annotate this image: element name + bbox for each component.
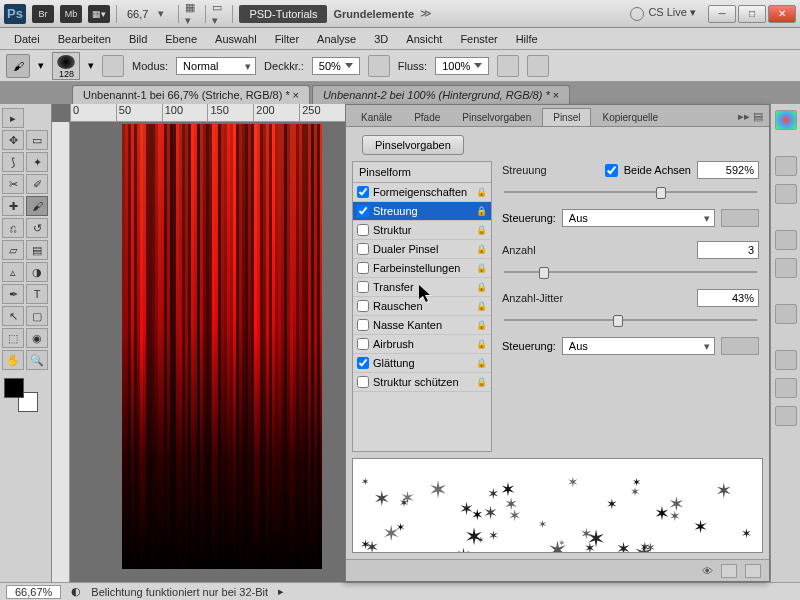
brush-option-checkbox[interactable]: [357, 281, 369, 293]
control2-select[interactable]: Aus: [562, 337, 715, 355]
shape-tool-icon[interactable]: ▢: [26, 306, 48, 326]
3d-tool-icon[interactable]: ⬚: [2, 328, 24, 348]
canvas-area[interactable]: 050100150200250: [52, 104, 345, 582]
lock-icon[interactable]: 🔒: [476, 358, 487, 368]
brush-option-dualer-pinsel[interactable]: Dualer Pinsel🔒: [353, 240, 491, 259]
lock-icon[interactable]: 🔒: [476, 187, 487, 197]
brush-option-checkbox[interactable]: [357, 319, 369, 331]
toggle-preview-icon[interactable]: 👁: [702, 565, 713, 577]
scatter-value[interactable]: 592%: [697, 161, 759, 179]
status-dropdown-icon[interactable]: ▸: [278, 585, 284, 598]
window-minimize-icon[interactable]: [708, 5, 736, 23]
move-tool-icon[interactable]: ✥: [2, 130, 24, 150]
document-canvas[interactable]: [122, 124, 322, 569]
cslive-button[interactable]: CS Live ▾: [624, 6, 702, 20]
lock-icon[interactable]: 🔒: [476, 320, 487, 330]
menu-analyse[interactable]: Analyse: [309, 30, 364, 48]
brush-option-checkbox[interactable]: [357, 338, 369, 350]
brush-option-struktur[interactable]: Struktur🔒: [353, 221, 491, 240]
brush-option-nasse-kanten[interactable]: Nasse Kanten🔒: [353, 316, 491, 335]
flow-input[interactable]: 100%: [435, 57, 489, 75]
dock-channels-icon[interactable]: [775, 378, 797, 398]
brush-dropdown-icon[interactable]: ▾: [88, 59, 94, 72]
dodge-tool-icon[interactable]: ◑: [26, 262, 48, 282]
lock-icon[interactable]: 🔒: [476, 339, 487, 349]
zoom-dropdown-icon[interactable]: ▾: [158, 7, 172, 20]
layout-badge[interactable]: ▦▾: [88, 5, 110, 23]
brush-option-formeigenschaften[interactable]: Formeigenschaften🔒: [353, 183, 491, 202]
brush-tool-icon[interactable]: 🖌: [26, 196, 48, 216]
jitter-slider[interactable]: [504, 313, 757, 327]
brush-option-struktur-schützen[interactable]: Struktur schützen🔒: [353, 373, 491, 392]
dock-play-icon[interactable]: [775, 304, 797, 324]
dock-masks-icon[interactable]: [775, 258, 797, 278]
active-tool-brush-icon[interactable]: 🖌: [6, 54, 30, 78]
brush-option-farbeinstellungen[interactable]: Farbeinstellungen🔒: [353, 259, 491, 278]
blend-mode-select[interactable]: Normal: [176, 57, 256, 75]
opacity-input[interactable]: 50%: [312, 57, 360, 75]
brush-option-checkbox[interactable]: [357, 243, 369, 255]
document-tab[interactable]: Unbenannt-2 bei 100% (Hintergrund, RGB/8…: [312, 85, 570, 104]
lock-icon[interactable]: 🔒: [476, 377, 487, 387]
brush-option-rauschen[interactable]: Rauschen🔒: [353, 297, 491, 316]
tool-preset-dropdown-icon[interactable]: ▾: [38, 59, 44, 72]
eraser-tool-icon[interactable]: ▱: [2, 240, 24, 260]
menu-bild[interactable]: Bild: [121, 30, 155, 48]
menu-datei[interactable]: Datei: [6, 30, 48, 48]
dock-adjust-icon[interactable]: [775, 230, 797, 250]
count-slider[interactable]: [504, 265, 757, 279]
brush-option-streuung[interactable]: Streuung🔒: [353, 202, 491, 221]
menu-ebene[interactable]: Ebene: [157, 30, 205, 48]
brush-option-checkbox[interactable]: [357, 205, 369, 217]
brush-shape-header[interactable]: Pinselform: [353, 162, 491, 183]
pen-tool-icon[interactable]: ✒: [2, 284, 24, 304]
lock-icon[interactable]: 🔒: [476, 282, 487, 292]
brush-panel-toggle-icon[interactable]: [102, 55, 124, 77]
airbrush-toggle-icon[interactable]: [497, 55, 519, 77]
foreground-color-swatch[interactable]: [4, 378, 24, 398]
close-icon[interactable]: ×: [292, 89, 298, 101]
tab-pfade[interactable]: Pfade: [403, 108, 451, 126]
hand-tool-icon[interactable]: ✋: [2, 350, 24, 370]
history-brush-tool-icon[interactable]: ↺: [26, 218, 48, 238]
dock-layers-icon[interactable]: [775, 350, 797, 370]
expand-icon[interactable]: ▸: [2, 108, 24, 128]
brush-option-checkbox[interactable]: [357, 376, 369, 388]
view-dropdown-icon[interactable]: ▦ ▾: [185, 1, 199, 27]
trash-icon[interactable]: [745, 564, 761, 578]
type-tool-icon[interactable]: T: [26, 284, 48, 304]
lock-icon[interactable]: 🔒: [476, 206, 487, 216]
3d-camera-tool-icon[interactable]: ◉: [26, 328, 48, 348]
scatter-slider[interactable]: [504, 185, 757, 199]
window-close-icon[interactable]: [768, 5, 796, 23]
lock-icon[interactable]: 🔒: [476, 263, 487, 273]
menu-3d[interactable]: 3D: [366, 30, 396, 48]
menu-fenster[interactable]: Fenster: [452, 30, 505, 48]
menu-ansicht[interactable]: Ansicht: [398, 30, 450, 48]
brush-option-checkbox[interactable]: [357, 357, 369, 369]
workspace-chevrons-icon[interactable]: ≫: [420, 7, 434, 20]
brush-option-checkbox[interactable]: [357, 186, 369, 198]
lock-icon[interactable]: 🔒: [476, 244, 487, 254]
tab-kopierquelle[interactable]: Kopierquelle: [591, 108, 669, 126]
dock-styles-icon[interactable]: [775, 184, 797, 204]
minibridge-badge[interactable]: Mb: [60, 5, 82, 23]
jitter-value[interactable]: 43%: [697, 289, 759, 307]
new-brush-icon[interactable]: [721, 564, 737, 578]
eyedropper-tool-icon[interactable]: ✐: [26, 174, 48, 194]
brush-preview[interactable]: 128: [52, 52, 80, 80]
control-select[interactable]: Aus: [562, 209, 715, 227]
lock-icon[interactable]: 🔒: [476, 301, 487, 311]
heal-tool-icon[interactable]: ✚: [2, 196, 24, 216]
menu-hilfe[interactable]: Hilfe: [508, 30, 546, 48]
document-tab[interactable]: Unbenannt-1 bei 66,7% (Striche, RGB/8) *…: [72, 85, 310, 104]
tab-pinsel[interactable]: Pinsel: [542, 108, 591, 126]
brush-presets-button[interactable]: Pinselvorgaben: [362, 135, 464, 155]
panel-collapse-icon[interactable]: ▸▸ ▤: [732, 107, 769, 126]
brush-option-checkbox[interactable]: [357, 224, 369, 236]
dock-swatches-icon[interactable]: [775, 156, 797, 176]
lasso-tool-icon[interactable]: ⟆: [2, 152, 24, 172]
gradient-tool-icon[interactable]: ▤: [26, 240, 48, 260]
brush-option-checkbox[interactable]: [357, 262, 369, 274]
zoom-display[interactable]: 66,7: [123, 8, 152, 20]
